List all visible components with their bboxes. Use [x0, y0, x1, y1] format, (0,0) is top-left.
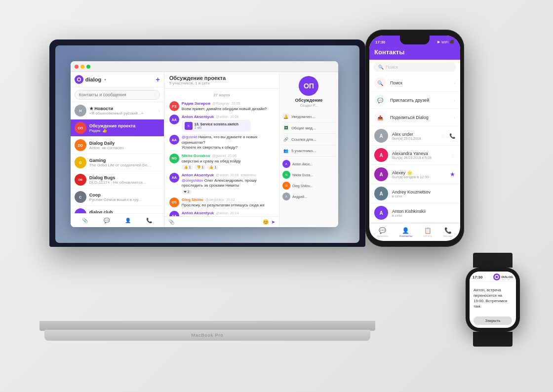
watch-screen: 17:30 DIALOG Антон, встреча переносится … [470, 272, 516, 328]
message: AA @gusnkt Никита, что вы думаете о новы… [169, 135, 274, 150]
avatar: Н [75, 105, 86, 117]
maximize-button-mac[interactable] [86, 65, 90, 69]
message-content: Anton Aksentyuk @anton 20:08 изменено @o… [182, 173, 274, 195]
avatar: NG [169, 154, 179, 163]
reaction[interactable]: 👍 1 [182, 165, 193, 170]
phone-search[interactable]: 🔍 Поиск [373, 63, 456, 72]
message-header: Радик Загиров @Rzagirov 20:05 [182, 101, 274, 106]
message-handle: @anton [216, 173, 228, 177]
message-header: Anton Aksentyuk @anton 20:08 изменено [182, 173, 274, 177]
watch-message-area: Антон, встреча переносится на 19:00. Вст… [470, 282, 516, 314]
list-item[interactable]: DB Dialog Bugs DLG-11174 - Не обновляетс… [71, 171, 164, 189]
nav-item-contacts[interactable]: 👤 Контакты [399, 227, 412, 237]
panel-action-label: Уведомлен... [291, 115, 315, 119]
message-content: Радик Загиров @Rzagirov 20:05 Всем приве… [182, 101, 274, 112]
message-author: Anton Aksentyuk [182, 115, 214, 119]
watch-logo [493, 274, 500, 280]
emoji-icon[interactable]: 😊 [263, 219, 269, 225]
member-name: Anton Akse... [292, 162, 313, 166]
logo-icon [75, 75, 83, 84]
list-item[interactable]: ОП Обсуждение проекта Радик: 👍 [71, 119, 164, 137]
panel-action[interactable]: 👥 5 участнико... [282, 145, 335, 157]
contact-info: Alexandra Yaneva был(а) 26.03.2018 в 5:2… [392, 151, 447, 159]
message: РЗ Радик Загиров @Rzagirov 20:05 Всем пр… [169, 101, 274, 112]
avatar: G [75, 157, 86, 168]
avatar: A [374, 129, 388, 143]
panel-action-label: 5 участнико... [291, 149, 316, 153]
message-time: 20:06 [230, 115, 239, 118]
close-button-mac[interactable] [75, 65, 79, 69]
sidebar-search [71, 87, 164, 102]
laptop-hinge [40, 321, 375, 331]
list-item[interactable]: G Gaming The Good Life от создателей De.… [71, 154, 164, 171]
panel-action-label: Общие мед... [291, 126, 316, 130]
list-item[interactable]: C Coop Руслан Сёмов вошёл в гру... [71, 189, 164, 206]
link-icon: 🔗 [282, 136, 289, 143]
compose-button[interactable]: + [156, 76, 160, 83]
contact-name: Anton Kishkinskii [392, 209, 455, 214]
contacts-list: A Alex under был(а) 29.01.2018 ☆ 📞 A Ale… [369, 126, 460, 223]
message-text: Всем привет, давайте обсудим новый дизай… [182, 107, 274, 112]
message-author: Anton Aksentyuk [182, 211, 214, 215]
contact-info: Alex under был(а) 29.01.2018 [392, 132, 437, 140]
send-icon[interactable]: ➤ [271, 219, 275, 225]
menu-item[interactable]: 🔍 Поиск › [369, 75, 460, 92]
list-item[interactable]: Н ★ Новости «Я обыкновенный русский...» … [71, 102, 164, 119]
calls-icon[interactable]: 📞 [145, 217, 153, 225]
chat-info: Coop Руслан Сёмов вошёл в гру... [89, 193, 160, 202]
message-content: Anton Aksentyuk @anton 20:14 🙏 [182, 211, 274, 216]
list-item[interactable]: A Alexey 🌟 был(а) сегодня в 12:30 ★ [369, 165, 460, 184]
avatar: ОП [75, 122, 86, 134]
chat-info: ★ Новости «Я обыкновенный русский...» [89, 106, 156, 116]
nav-item-calls[interactable]: 📞 Звонки [443, 227, 452, 237]
message: AA Anton Aksentyuk @anton 20:06 [169, 115, 274, 132]
file-size: 2 мб [195, 126, 238, 129]
nav-item-review[interactable]: 📋 Обзор [423, 227, 432, 237]
message-header: Anton Aksentyuk @anton 20:06 [182, 115, 274, 119]
nav-item-dialogi[interactable]: 💬 Диалоги [377, 227, 388, 237]
panel-action[interactable]: 🔗 Ссылка для... [282, 134, 335, 145]
list-item[interactable]: DD Dialog Daily Anton: не согласен [71, 137, 164, 154]
chat-name: Coop [89, 193, 160, 197]
chat-name: Dialog Daily [89, 141, 160, 146]
reaction[interactable]: ❤ 2 [182, 190, 192, 195]
avatar: A [374, 187, 388, 200]
attach-icon[interactable]: 📎 [168, 219, 174, 225]
list-item[interactable]: A Alex under был(а) 29.01.2018 ☆ 📞 [369, 126, 460, 146]
minimize-button-mac[interactable] [80, 65, 84, 69]
contacts-icon[interactable]: 👤 [124, 217, 132, 225]
laptop-screen-content: dialog ▾ + Н [55, 45, 359, 243]
chat-input-area: 📎 😊 ➤ [164, 216, 279, 227]
chat-icon[interactable]: 💬 [103, 217, 111, 225]
attach-icon[interactable]: 📎 [81, 217, 89, 225]
list-item[interactable]: A Anton Kishkinskii в сети [369, 203, 460, 223]
reaction[interactable]: 👎 1 [195, 165, 206, 170]
contact-status: в сети [392, 214, 455, 217]
panel-action[interactable]: 🔔 Уведомлен... [282, 111, 335, 122]
list-item[interactable]: DC dialog club Ваі 👍 [71, 206, 164, 213]
star-icon[interactable]: ☆ [451, 153, 455, 158]
file-attachment[interactable]: S 13. Service screens.sketch 2 мб [182, 120, 251, 132]
chat-info: Gaming The Good Life от создателей De... [89, 158, 160, 167]
media-icon: 🖼 [282, 124, 289, 131]
panel-action[interactable]: 🖼 Общие мед... [282, 122, 335, 134]
star-icon[interactable]: ☆ [441, 133, 445, 139]
watch-close-button[interactable]: Закрыть [474, 316, 512, 325]
message: AA Anton Aksentyuk @anton 20:08 изменено [169, 173, 274, 195]
traffic-lights [75, 65, 90, 69]
sidebar-logo[interactable]: dialog ▾ [75, 75, 106, 84]
list-item[interactable]: A Alexandra Yaneva был(а) 26.03.2018 в 5… [369, 146, 460, 165]
panel-member: O Oleg Shilov... [282, 180, 335, 191]
sidebar: dialog ▾ + Н [71, 72, 164, 227]
list-item[interactable]: A Andrey Kouznetsov в сети [369, 184, 460, 203]
reaction[interactable]: 👍 1 [207, 165, 218, 170]
avatar: РЗ [169, 101, 179, 111]
menu-item[interactable]: 📤 Поделиться Dialog › [369, 109, 460, 126]
search-input[interactable] [75, 90, 160, 100]
message-input[interactable] [177, 220, 260, 225]
star-filled-icon[interactable]: ★ [450, 171, 455, 178]
call-icon[interactable]: 📞 [449, 133, 455, 139]
dropdown-arrow[interactable]: ▾ [104, 78, 106, 82]
message-content: Nikita Gusakov @gusnkt 20:06 сверстаю и … [182, 154, 274, 170]
menu-item[interactable]: 💬 Пригласить друзей › [369, 92, 460, 109]
